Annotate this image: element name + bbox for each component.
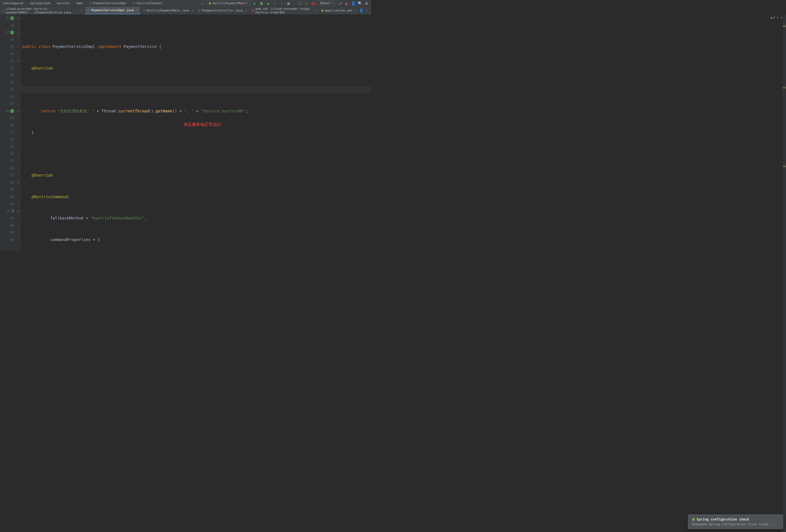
class-icon: Ⓒ (87, 8, 90, 12)
tab-5[interactable]: ⬢ application.yml ✕ (319, 7, 359, 14)
code-line: public class PaymentServiceImpl implemen… (22, 43, 371, 50)
chevron-down-icon: ▼ (332, 2, 333, 4)
fold-icon[interactable]: ⊟ (16, 15, 21, 22)
bc-2[interactable]: service (56, 1, 70, 5)
red-annotation: 保证服务端正常运行 (183, 121, 221, 128)
fold-end-icon[interactable]: ⌐ (16, 100, 21, 107)
spring-icon: ⬢ (321, 9, 324, 12)
code-line: commandProperties = { (22, 236, 371, 244)
line-num: 26 (10, 93, 14, 101)
bc-sep: 〉 (128, 1, 132, 5)
line-num: 43 (10, 215, 14, 222)
bc-1[interactable]: springcloud (29, 1, 51, 5)
jrebel-label: JRebel (320, 1, 331, 5)
fold-icon[interactable]: ⊟ (16, 29, 21, 36)
line-num: 34 (10, 150, 14, 158)
line-num: 41 (10, 200, 14, 208)
attach-icon[interactable]: ⋮ (279, 1, 284, 6)
bug-icon[interactable]: 🐞 (311, 1, 315, 6)
back-icon[interactable]: ↖ (200, 1, 205, 6)
bookmark-icon[interactable]: ◉ (344, 1, 349, 6)
line-num: 22 (10, 65, 14, 72)
line-num: 45 (10, 229, 14, 236)
flash-icon[interactable]: ⚡ (304, 1, 308, 6)
spring-icon: ⬢ (209, 2, 211, 5)
tab-label: PaymentController.java (202, 9, 243, 12)
close-icon[interactable]: ✕ (136, 9, 138, 12)
bc-5[interactable]: hystrixTimeout (136, 1, 163, 5)
tab-3[interactable]: Ⓒ PaymentController.java ✕ (196, 7, 249, 14)
line-num: 30 (10, 122, 14, 129)
fold-icon[interactable]: ⊟ (16, 179, 21, 186)
bc-3[interactable]: impl (75, 1, 84, 5)
tab-0[interactable]: Ⓘ cloud-provider-hystrix-payment8001/...… (0, 7, 85, 14)
code-line: @HystrixCommand( (22, 193, 371, 201)
line-num: 27 (10, 100, 14, 107)
line-num: 15 (5, 15, 9, 22)
line-num: 16 (10, 22, 14, 29)
close-icon[interactable]: ✕ (191, 9, 193, 12)
tab-label: cloud-provider-hystrix-payment8001/.../P… (6, 7, 78, 14)
bc-sep: 〉 (51, 1, 55, 5)
line-num: 23 (10, 72, 14, 79)
fold-end-icon[interactable]: ⌐ (16, 222, 21, 229)
override-marker-icon[interactable]: ↑ (10, 30, 14, 34)
line-num: 37 (10, 172, 14, 179)
tab-2[interactable]: Ⓒ HystrixPaymentMain.java ✕ (141, 7, 196, 14)
tab-label: PaymentServiceImpl.java (91, 8, 134, 12)
code-line: fallbackMethod = "hystrixTimeoutHandler"… (22, 215, 371, 222)
fold-icon[interactable]: ⊟ (16, 107, 21, 115)
bc-0[interactable]: chasingwind (2, 1, 24, 5)
coverage-icon[interactable]: ◉ (266, 1, 271, 6)
at-marker: @ (12, 208, 14, 215)
profile-icon[interactable]: ⚡ (273, 1, 277, 6)
bc-sep: 〉 (85, 1, 89, 5)
fold-end-icon[interactable]: ⌐ (16, 43, 21, 50)
close-icon[interactable]: ✕ (81, 9, 83, 12)
line-num: 35 (10, 158, 14, 165)
fold-icon[interactable]: ⊟ (16, 57, 21, 65)
line-num: 29 (10, 115, 14, 122)
chevron-down-icon: ▼ (247, 2, 249, 4)
info-icon[interactable]: ⓘ (297, 1, 302, 6)
code-editor[interactable]: public class PaymentServiceImpl implemen… (21, 15, 371, 251)
code-line: @Override (22, 65, 371, 72)
line-num: 39 (10, 186, 14, 193)
tab-4[interactable]: Ⓜ pom.xml (cloud-consumer-feign-hystrix-… (249, 7, 319, 14)
code-line (22, 150, 371, 158)
stop-icon[interactable]: ■ (286, 1, 291, 6)
fold-icon[interactable]: ⊟ (16, 208, 21, 215)
breadcrumb[interactable]: chasingwind 〉 springcloud 〉 service 〉 im… (2, 1, 163, 5)
line-num: 24 (10, 79, 14, 86)
line-num: 46 (10, 236, 14, 244)
interface-icon: Ⓘ (2, 9, 5, 13)
search-icon[interactable]: 🔍 (357, 1, 362, 6)
gear-icon[interactable]: ⚙ (364, 1, 369, 6)
fold-end-icon[interactable]: ⌐ (16, 150, 21, 158)
fold-end-icon[interactable]: ⌐ (16, 229, 21, 236)
run-icon[interactable]: ▶ (252, 1, 257, 6)
tab-avatar-icon[interactable]: 👤 (359, 8, 364, 13)
override-marker-icon[interactable]: ↑ (10, 109, 14, 113)
jrebel-dropdown[interactable]: JRebel ▼ (318, 1, 335, 6)
bc-sep: 〉 (24, 1, 29, 5)
debug-icon[interactable]: ⬢ (259, 1, 264, 6)
fold-end-icon[interactable]: ⌐ (16, 165, 21, 172)
editor-area: 15Ⓘ 16 17↑ 18 19 20 21 22 23 24 25 26 27… (0, 15, 371, 251)
git-icon[interactable]: ⎇ (338, 1, 342, 6)
fold-column: ⊟ ⊟ ⌐ ⊟ ⌐ ⊟ ⌐ ⌐ ⊟ ⌐ ⊟ ⌐ ⌐ (16, 15, 21, 251)
avatar-icon[interactable]: 👤 (351, 1, 355, 6)
bc-4[interactable]: PaymentServiceImpl (93, 1, 128, 5)
impl-marker-icon[interactable]: Ⓘ (10, 16, 14, 20)
run-config-dropdown[interactable]: ⬢ HystrixPaymentMain ▼ (207, 1, 250, 6)
close-icon[interactable]: ✕ (355, 9, 356, 12)
tab-label: pom.xml (cloud-consumer-feign-hystrix-or… (256, 7, 313, 14)
close-icon[interactable]: ✕ (315, 9, 317, 12)
bc-sep: 〉 (71, 1, 75, 5)
tab-1[interactable]: Ⓒ PaymentServiceImpl.java ✕ (85, 7, 140, 14)
current-line-highlight (21, 86, 371, 93)
fold-end-icon[interactable]: ⌐ (16, 200, 21, 208)
close-icon[interactable]: ✕ (245, 9, 247, 12)
tab-more-icon[interactable]: ⋮ (365, 8, 369, 13)
line-num: 40 (10, 193, 14, 201)
